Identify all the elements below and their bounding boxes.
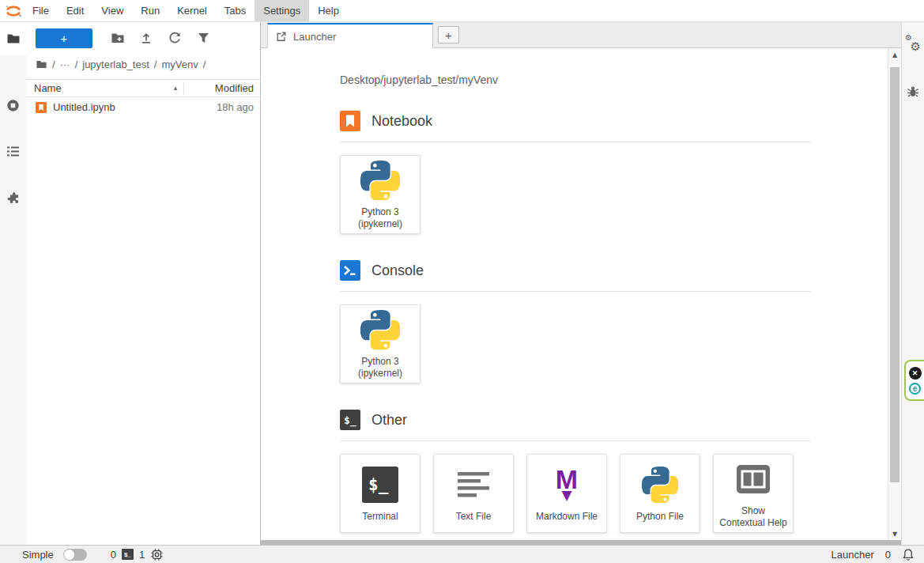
column-header-modified[interactable]: Modified: [184, 82, 254, 94]
section-title: Other: [371, 412, 407, 429]
scrollbar-thumb[interactable]: [890, 67, 899, 482]
svg-text:$_: $_: [344, 414, 356, 427]
menu-settings[interactable]: Settings: [255, 0, 309, 21]
terminal-icon: $_: [362, 464, 398, 505]
running-kernels-icon: [6, 99, 20, 112]
launcher-content: Desktop/jupyterlab_test/myVenv Notebook: [261, 48, 888, 540]
file-list-header: Name ▲ Modified: [26, 79, 260, 97]
launcher-section-console: Console Python 3: [340, 259, 811, 384]
new-tab-button[interactable]: +: [438, 26, 459, 43]
launcher-card-console-python3[interactable]: Python 3 (ipykernel): [340, 304, 421, 384]
scroll-up-icon[interactable]: ▲: [888, 48, 901, 61]
breadcrumb-folder-jupyterlab-test[interactable]: jupyterlab_test: [82, 59, 149, 70]
sidebar-tab-file-browser[interactable]: [0, 22, 26, 55]
menu-tabs[interactable]: Tabs: [216, 0, 255, 21]
file-browser-panel: + / ··· /: [26, 22, 261, 545]
notifications-count: 0: [885, 549, 891, 561]
card-label: Show Contextual Help: [719, 505, 786, 529]
jupyterlab-window: File Edit View Run Kernel Tabs Settings …: [0, 0, 924, 563]
menu-kernel[interactable]: Kernel: [168, 0, 216, 21]
gear-small-glyph: ⚙: [905, 33, 912, 42]
scrollbar-track[interactable]: [888, 61, 901, 527]
breadcrumb-separator: /: [203, 59, 206, 70]
new-folder-icon[interactable]: [104, 28, 132, 48]
breadcrumb-ellipsis[interactable]: ···: [60, 59, 70, 70]
scroll-down-icon[interactable]: ▼: [888, 527, 901, 540]
sidebar-tab-property-inspector[interactable]: ⚙ ⚙: [902, 33, 924, 55]
python-logo-icon: [360, 160, 400, 201]
breadcrumb-separator: /: [75, 59, 78, 70]
breadcrumb: / ··· / jupyterlab_test / myVenv /: [26, 54, 260, 74]
card-label: Python 3 (ipykernel): [358, 206, 402, 230]
card-label: Terminal: [362, 511, 398, 523]
browser-extension-widget: ✕ e: [904, 360, 924, 401]
menu-bar: File Edit View Run Kernel Tabs Settings …: [0, 0, 924, 22]
sidebar-tab-table-of-contents[interactable]: [0, 134, 26, 168]
menu-edit[interactable]: Edit: [58, 0, 92, 21]
sidebar-tab-running-kernels[interactable]: [0, 89, 26, 122]
refresh-icon[interactable]: [160, 28, 189, 48]
breadcrumb-folder-myvenv[interactable]: myVenv: [161, 59, 198, 70]
launcher-tab-icon: [276, 31, 287, 42]
context-label: Launcher: [832, 549, 874, 561]
folder-icon: [6, 32, 21, 45]
launcher-card-markdown-file[interactable]: M ▼ Markdown File: [526, 454, 607, 533]
launcher-panel: Desktop/jupyterlab_test/myVenv Notebook: [261, 48, 901, 540]
text-file-icon: [456, 464, 491, 505]
bug-icon: [907, 85, 919, 98]
bell-icon[interactable]: [902, 548, 915, 561]
jupyter-logo-icon: [3, 0, 24, 21]
breadcrumb-separator: /: [52, 59, 55, 70]
status-bar-right: Launcher 0: [832, 548, 915, 561]
card-label: Markdown File: [536, 511, 598, 523]
menu-help[interactable]: Help: [309, 0, 348, 21]
launcher-section-notebook: Notebook Python: [340, 110, 811, 234]
section-header-notebook: Notebook: [340, 110, 811, 132]
launcher-card-show-contextual-help[interactable]: Show Contextual Help: [713, 454, 794, 533]
sidebar-tab-extensions[interactable]: [0, 182, 26, 215]
kernels-count: 1: [139, 549, 145, 561]
simple-mode-toggle[interactable]: [63, 549, 87, 561]
menu-file[interactable]: File: [24, 0, 58, 21]
menu-view[interactable]: View: [92, 0, 132, 21]
section-title: Console: [371, 263, 424, 279]
notebook-section-icon: [340, 111, 360, 131]
table-of-contents-icon: [6, 145, 20, 157]
upload-icon[interactable]: [132, 28, 160, 48]
card-label: Text File: [456, 511, 492, 523]
file-modified-time: 18h ago: [190, 101, 254, 113]
launcher-card-terminal[interactable]: $_ Terminal: [340, 454, 421, 533]
gears-icon: ⚙ ⚙: [905, 36, 921, 52]
close-icon[interactable]: ✕: [909, 367, 922, 380]
kernel-status-group[interactable]: 0 $_ 1: [111, 548, 164, 561]
python-logo-icon: [642, 464, 678, 505]
contextual-help-icon: [736, 459, 771, 500]
tab-bar: Launcher +: [261, 22, 901, 48]
vertical-scrollbar[interactable]: ▲ ▼: [888, 48, 901, 540]
puzzle-icon: [6, 191, 21, 206]
console-section-icon: [340, 260, 360, 281]
section-header-console: Console: [340, 259, 811, 282]
section-divider: [340, 142, 811, 142]
launcher-card-notebook-python3[interactable]: Python 3 (ipykernel): [340, 155, 421, 234]
breadcrumb-folder-icon[interactable]: [36, 59, 47, 70]
toggle-knob: [64, 550, 74, 560]
launcher-card-text-file[interactable]: Text File: [433, 454, 514, 533]
file-row-untitled-ipynb[interactable]: Untitled.ipynb 18h ago: [26, 97, 260, 117]
launcher-card-python-file[interactable]: Python File: [620, 454, 700, 533]
svg-text:$_: $_: [368, 475, 389, 494]
new-launcher-button[interactable]: +: [36, 28, 92, 48]
menu-run[interactable]: Run: [132, 0, 168, 21]
extension-e-icon[interactable]: e: [909, 383, 921, 395]
launcher-cwd-path: Desktop/jupyterlab_test/myVenv: [340, 74, 888, 86]
right-activity-bar: ⚙ ⚙: [901, 22, 924, 545]
markdown-arrow-glyph: ▼: [561, 490, 571, 501]
notebook-file-icon: [36, 102, 47, 113]
sidebar-tab-debugger[interactable]: [902, 81, 924, 103]
tab-launcher[interactable]: Launcher: [267, 23, 433, 48]
app-body: + / ··· /: [0, 22, 924, 545]
filter-icon[interactable]: [189, 28, 217, 48]
section-header-other: $_ Other: [340, 409, 811, 431]
column-header-name[interactable]: Name ▲: [32, 82, 183, 94]
tab-label: Launcher: [293, 31, 336, 43]
